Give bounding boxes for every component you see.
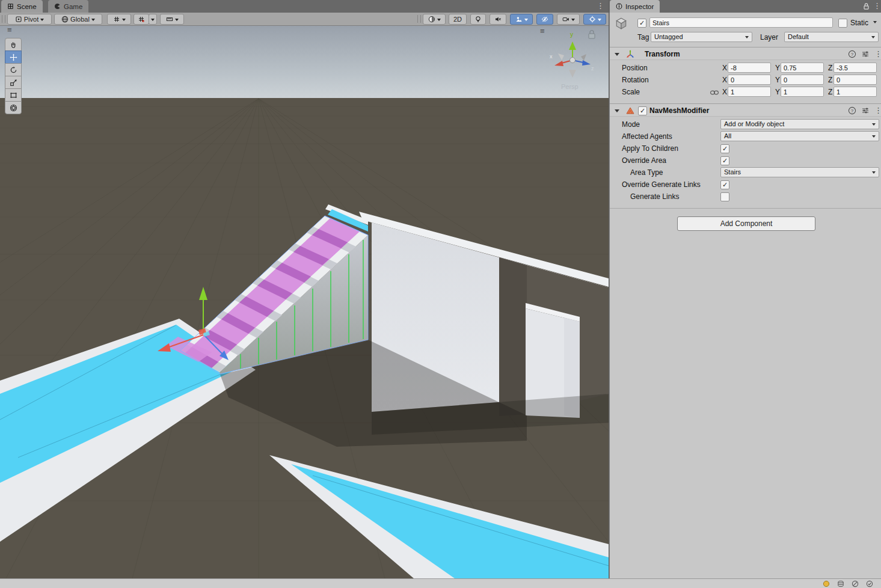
presets-icon[interactable]	[861, 50, 870, 58]
axis-y-label: Y	[775, 76, 780, 84]
layer-label: Layer	[760, 33, 778, 41]
position-x-field[interactable]	[728, 63, 771, 73]
mode-dropdown[interactable]: Add or Modify object	[720, 119, 879, 129]
gameobject-active-checkbox[interactable]: ✓	[637, 19, 646, 28]
rotate-icon	[10, 66, 17, 74]
tag-dropdown[interactable]: Untagged	[651, 32, 752, 42]
axis-x-label: x	[550, 54, 553, 60]
chevron-down-icon	[122, 19, 126, 21]
navmeshmodifier-header[interactable]: ✓ NavMeshModifier ? ⋮	[610, 103, 881, 117]
presets-icon[interactable]	[861, 106, 870, 115]
activity-ok-icon[interactable]	[866, 580, 873, 587]
audio-toggle-button[interactable]	[490, 14, 506, 25]
transform-menu-icon[interactable]: ⋮	[874, 49, 881, 58]
pivot-mode-button[interactable]: Pivot	[7, 14, 52, 25]
position-z-field[interactable]	[833, 63, 877, 73]
auto-lighting-icon[interactable]	[823, 580, 830, 587]
toolbar-drag-handle[interactable]	[2, 15, 5, 23]
rotation-y-field[interactable]	[781, 75, 824, 85]
foldout-icon[interactable]	[615, 109, 619, 112]
generate-links-checkbox[interactable]	[720, 192, 729, 201]
tab-game[interactable]: Game	[48, 0, 88, 13]
transform-header[interactable]: Transform ? ⋮	[610, 47, 881, 60]
static-dropdown-caret[interactable]	[873, 21, 877, 23]
lightbulb-icon	[474, 16, 482, 23]
snap-increment-dropdown[interactable]	[149, 14, 157, 25]
scale-y-field[interactable]	[781, 87, 824, 97]
add-component-button[interactable]: Add Component	[677, 216, 815, 231]
camera-settings-button[interactable]	[557, 14, 580, 25]
inspector-panel: ✓ Static Tag Untagged Layer Default Tran…	[609, 13, 881, 578]
position-y-field[interactable]	[781, 63, 824, 73]
override-area-checkbox[interactable]: ✓	[720, 156, 729, 165]
axis-y-label: y	[570, 31, 573, 38]
camera-icon	[562, 16, 569, 23]
rect-tool-button[interactable]	[5, 88, 22, 102]
persp-label[interactable]: Persp	[561, 83, 579, 90]
hand-tool-button[interactable]	[5, 38, 22, 51]
handle-orientation-button[interactable]: Global	[54, 14, 102, 25]
tab-scene[interactable]: Scene	[1, 0, 43, 13]
help-icon[interactable]: ?	[848, 106, 856, 115]
2d-toggle-button[interactable]: 2D	[449, 14, 467, 25]
gameobject-name-field[interactable]	[649, 17, 833, 28]
orientation-overlay-menu-icon[interactable]: ≡	[540, 28, 545, 34]
chevron-down-icon	[175, 19, 179, 21]
tools-overlay-menu-icon[interactable]: ≡	[7, 27, 12, 33]
gameobject-cube-icon	[615, 17, 628, 30]
area-type-dropdown[interactable]: Stairs	[720, 167, 879, 177]
tab-scene-label: Scene	[17, 3, 37, 10]
generate-links-label: Generate Links	[630, 192, 679, 201]
scale-tool-button[interactable]	[5, 76, 22, 89]
chevron-down-icon	[571, 19, 575, 21]
chevron-down-icon	[437, 19, 441, 21]
transform-tool-button[interactable]	[5, 101, 22, 114]
gizmo-crosshair-icon	[589, 16, 596, 23]
scene-visibility-button[interactable]	[536, 14, 553, 25]
orientation-center[interactable]	[570, 58, 576, 63]
snap-increment-button[interactable]	[134, 14, 149, 25]
navmeshmodifier-enabled-checkbox[interactable]: ✓	[638, 106, 647, 115]
override-generate-links-checkbox[interactable]: ✓	[720, 180, 729, 189]
game-pacman-icon	[54, 3, 61, 10]
grid-icon	[113, 16, 120, 23]
rotation-x-field[interactable]	[728, 75, 771, 85]
chevron-down-icon	[91, 19, 95, 21]
help-icon[interactable]: ?	[848, 50, 856, 58]
tab-inspector-label: Inspector	[625, 3, 654, 10]
axis-x-label: X	[722, 64, 727, 72]
status-bar	[0, 578, 881, 588]
static-checkbox[interactable]	[838, 19, 847, 28]
measure-snap-button[interactable]	[160, 14, 184, 25]
effects-toggle-button[interactable]	[510, 14, 533, 25]
toolbar-drag-handle-right[interactable]	[417, 15, 421, 23]
affected-agents-dropdown[interactable]: All	[720, 131, 879, 141]
tab-inspector[interactable]: Inspector	[610, 0, 660, 13]
scale-x-field[interactable]	[728, 87, 771, 97]
rotation-z-field[interactable]	[833, 75, 877, 85]
grid-snap-button[interactable]	[107, 14, 131, 25]
layer-dropdown[interactable]: Default	[784, 32, 879, 42]
chevron-down-icon	[40, 19, 44, 21]
inspector-lock-icon[interactable]	[862, 2, 870, 10]
area-type-label: Area Type	[630, 168, 663, 177]
inspector-menu-icon[interactable]: ⋮	[873, 1, 881, 10]
scale-z-field[interactable]	[833, 87, 877, 97]
cache-server-icon[interactable]	[837, 580, 844, 587]
lighting-toggle-button[interactable]	[470, 14, 486, 25]
foldout-icon[interactable]	[615, 53, 619, 56]
apply-to-children-checkbox[interactable]: ✓	[720, 144, 729, 153]
gizmos-toggle-button[interactable]	[583, 14, 606, 25]
rotate-tool-button[interactable]	[5, 63, 22, 76]
top-tab-bar: Scene Game ⋮ Inspector ⋮	[0, 0, 881, 13]
scene-viewport[interactable]: y x z Persp ≡ ≡	[0, 26, 609, 578]
draw-mode-button[interactable]	[423, 14, 446, 25]
pivot-label: Pivot	[24, 16, 38, 23]
scene-pane-menu-icon[interactable]: ⋮	[597, 1, 604, 10]
tool-strip	[5, 38, 22, 114]
transform-title: Transform	[645, 50, 680, 58]
scale-link-icon[interactable]	[710, 89, 719, 96]
navmeshmodifier-menu-icon[interactable]: ⋮	[874, 106, 881, 115]
move-tool-button[interactable]	[5, 51, 22, 64]
refresh-disabled-icon[interactable]	[852, 580, 859, 587]
